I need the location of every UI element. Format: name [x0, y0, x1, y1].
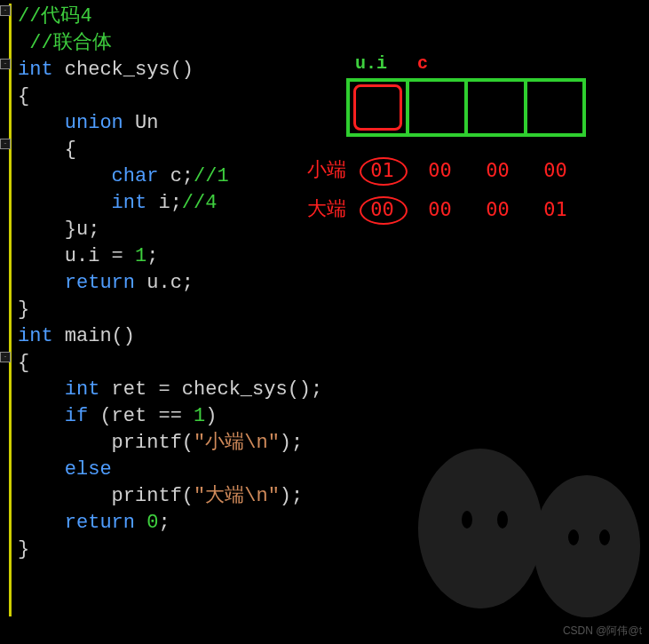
comment: //联合体: [18, 32, 112, 54]
comment: //1: [194, 165, 229, 187]
fold-icon[interactable]: -: [0, 352, 11, 362]
big-endian-row: 大端 00 00 00 01: [293, 195, 630, 222]
code-text: );: [280, 432, 303, 454]
code-text: i;: [146, 192, 182, 214]
code-text: ret = check_sys();: [99, 378, 322, 401]
keyword: else: [18, 458, 112, 481]
byte-value: 00: [411, 159, 469, 181]
byte-cell: [468, 82, 527, 133]
brace: {: [18, 139, 76, 161]
circle-icon: [360, 157, 408, 186]
keyword: int: [18, 325, 53, 347]
comment: //代码4: [18, 5, 92, 28]
byte-value: 00: [469, 198, 526, 220]
code-text: ;: [158, 512, 170, 534]
byte-cell: [409, 82, 469, 133]
comment: //4: [182, 192, 218, 214]
code-text: (ret ==: [88, 405, 194, 427]
code-text: u.i =: [18, 245, 135, 267]
code-text: printf(: [18, 485, 194, 507]
memory-boxes: [346, 78, 586, 137]
fold-icon[interactable]: -: [0, 59, 11, 69]
big-endian-label: 大端: [293, 195, 353, 222]
gutter-bar: [9, 4, 12, 616]
keyword: return: [18, 512, 146, 534]
byte-cell: [527, 82, 583, 133]
circle-icon: [360, 196, 408, 225]
number: 1: [194, 405, 205, 427]
byte-value: 00: [526, 159, 584, 181]
fold-icon[interactable]: -: [0, 139, 11, 149]
keyword: union: [18, 112, 123, 134]
memory-diagram: u.i c 小端 01 00 00 00 大端 00 00 00 01: [293, 53, 630, 222]
keyword: return: [18, 272, 135, 294]
string: "大端\n": [194, 485, 280, 507]
brace: {: [18, 352, 29, 374]
string: "小端\n": [194, 432, 280, 454]
code-text: );: [280, 485, 303, 507]
keyword: if: [18, 405, 88, 427]
byte-value: 01: [353, 159, 411, 181]
code-text: ): [205, 405, 217, 427]
code-text: check_sys(): [53, 59, 194, 81]
brace: }: [18, 538, 29, 561]
keyword: int: [18, 378, 99, 401]
label-ui: u.i: [355, 53, 387, 74]
highlight-first-byte: [353, 84, 402, 131]
keyword: int: [18, 192, 146, 214]
watermark: CSDN @阿伟@t: [563, 624, 642, 639]
code-editor: - - - - //代码4 //联合体 int check_sys() { un…: [0, 0, 649, 644]
label-c: c: [417, 53, 428, 74]
code-text: ;: [146, 245, 158, 267]
byte-value: 00: [353, 198, 411, 220]
code-text: u.c;: [135, 272, 194, 294]
little-endian-label: 小端: [293, 156, 353, 183]
code-text: }u;: [18, 219, 99, 241]
number: 1: [135, 245, 146, 267]
little-endian-row: 小端 01 00 00 00: [293, 156, 630, 183]
number: 0: [146, 512, 158, 534]
byte-value: 00: [411, 198, 469, 220]
keyword: char: [18, 165, 158, 187]
byte-value: 01: [526, 198, 584, 220]
code-text: printf(: [18, 432, 194, 454]
byte-cell: [350, 82, 409, 133]
byte-value: 00: [469, 159, 526, 181]
fold-icon[interactable]: -: [0, 5, 11, 16]
code-text: c;: [158, 165, 194, 187]
brace: }: [18, 298, 29, 321]
code-text: main(): [53, 325, 135, 347]
brace: {: [18, 85, 29, 107]
code-text: Un: [123, 112, 159, 134]
keyword: int: [18, 59, 53, 81]
